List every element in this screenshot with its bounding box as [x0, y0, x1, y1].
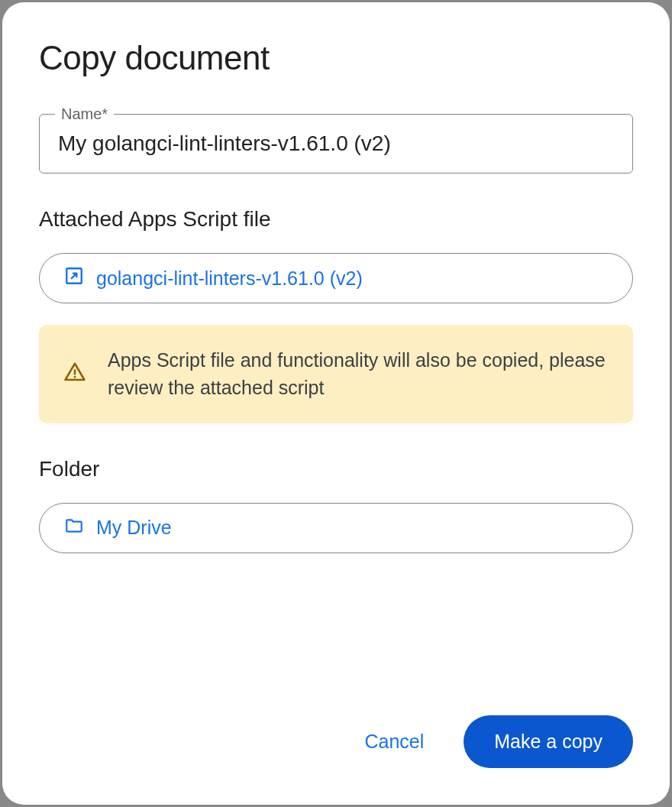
open-external-icon	[64, 266, 84, 290]
folder-chip[interactable]: My Drive	[39, 503, 633, 553]
name-field-container: Name*	[39, 114, 633, 173]
warning-banner: Apps Script file and functionality will …	[39, 325, 633, 423]
folder-chip-text: My Drive	[96, 517, 172, 539]
warning-text: Apps Script file and functionality will …	[108, 346, 609, 402]
attached-script-link-text: golangci-lint-linters-v1.61.0 (v2)	[96, 267, 363, 290]
folder-heading: Folder	[39, 457, 633, 481]
svg-point-2	[74, 376, 76, 378]
make-copy-button[interactable]: Make a copy	[464, 715, 633, 768]
cancel-button[interactable]: Cancel	[349, 720, 439, 763]
dialog-title: Copy document	[39, 39, 633, 77]
attached-script-heading: Attached Apps Script file	[39, 207, 633, 232]
dialog-actions: Cancel Make a copy	[39, 715, 633, 768]
attached-script-link[interactable]: golangci-lint-linters-v1.61.0 (v2)	[39, 253, 633, 303]
folder-icon	[64, 516, 84, 540]
warning-icon	[63, 361, 86, 387]
name-input[interactable]	[58, 131, 614, 156]
name-field-label: Name*	[55, 105, 114, 123]
copy-document-dialog: Copy document Name* Attached Apps Script…	[2, 2, 670, 805]
